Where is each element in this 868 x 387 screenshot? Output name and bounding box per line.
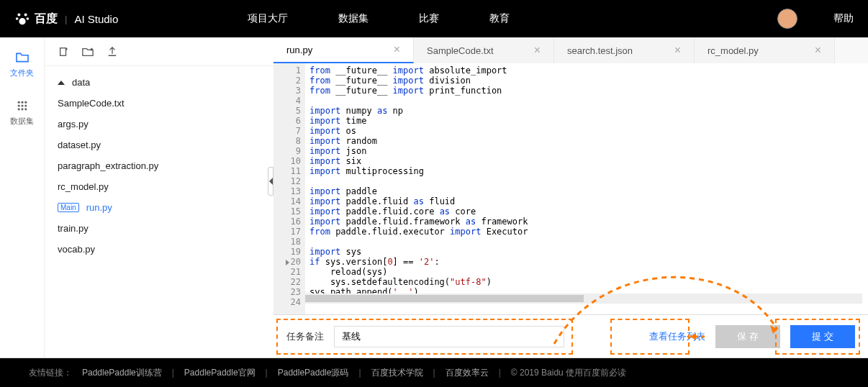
main-tag: Main [58, 203, 79, 212]
footer-link-4[interactable]: 百度效率云 [446, 367, 489, 379]
svg-rect-14 [60, 47, 66, 55]
file-rc-model[interactable]: rc_model.py [52, 176, 266, 197]
close-icon[interactable]: × [815, 44, 821, 57]
svg-point-4 [19, 18, 25, 24]
rail-files[interactable]: 文件夹 [10, 52, 34, 78]
file-dataset[interactable]: dataset.py [52, 135, 266, 155]
file-panel: data SampleCode.txt args.py dataset.py p… [45, 37, 273, 358]
baidu-paw-icon [14, 11, 30, 27]
chevron-up-icon [58, 81, 65, 85]
svg-point-10 [24, 104, 27, 106]
task-note-input[interactable] [334, 326, 564, 347]
logo-sub-text: AI Studio [74, 13, 118, 25]
svg-point-1 [24, 13, 27, 16]
file-paragraph-extraction[interactable]: paragraph_extraction.py [52, 155, 266, 176]
footer-link-2[interactable]: PaddlePaddle源码 [278, 367, 349, 379]
main-area: 文件夹 数据集 data SampleCode.txt args.py data… [0, 37, 868, 358]
file-toolbar [45, 37, 273, 66]
file-run-main[interactable]: Mainrun.py [52, 197, 266, 218]
file-samplecode[interactable]: SampleCode.txt [52, 93, 266, 114]
footer-link-3[interactable]: 百度技术学院 [371, 367, 423, 379]
nav-education[interactable]: 教育 [489, 12, 510, 25]
scrollbar-thumb[interactable] [305, 295, 584, 302]
rail-datasets[interactable]: 数据集 [10, 100, 34, 127]
file-train[interactable]: train.py [52, 218, 266, 239]
logo[interactable]: 百度 | AI Studio [14, 11, 118, 27]
svg-point-13 [24, 108, 27, 110]
save-button[interactable]: 保 存 [715, 325, 780, 348]
header-right: 帮助 [777, 9, 854, 29]
svg-point-11 [17, 108, 19, 110]
code-editor[interactable]: 123456789101112131415161718192021222324 … [273, 63, 868, 314]
bottom-bar: 任务备注 查看任务列表 保 存 提 交 [273, 314, 868, 358]
file-tree: data SampleCode.txt args.py dataset.py p… [45, 66, 273, 265]
svg-point-8 [17, 104, 19, 106]
new-folder-icon[interactable] [82, 46, 94, 58]
footer-prefix: 友情链接： [29, 367, 72, 379]
svg-point-12 [21, 108, 23, 110]
svg-point-9 [21, 104, 23, 106]
folder-data[interactable]: data [52, 72, 266, 93]
nav-competitions[interactable]: 比赛 [419, 12, 439, 25]
new-file-icon[interactable] [58, 46, 69, 58]
footer-link-0[interactable]: PaddlePaddle训练营 [82, 367, 162, 379]
svg-point-2 [16, 17, 19, 20]
user-avatar[interactable] [777, 9, 797, 29]
horizontal-scrollbar[interactable] [305, 293, 862, 304]
submit-button[interactable]: 提 交 [790, 325, 855, 348]
folder-icon [15, 52, 30, 63]
tab-run-py[interactable]: run.py× [273, 37, 414, 63]
help-link[interactable]: 帮助 [833, 12, 854, 25]
editor-tabs: run.py× SampleCode.txt× search.test.json… [273, 37, 868, 63]
top-header: 百度 | AI Studio 项目大厅 数据集 比赛 教育 帮助 [0, 0, 868, 37]
svg-point-0 [17, 13, 20, 16]
svg-point-7 [24, 101, 27, 104]
editor-area: run.py× SampleCode.txt× search.test.json… [273, 37, 868, 358]
upload-icon[interactable] [107, 46, 118, 58]
tab-rc-model[interactable]: rc_model.py× [695, 37, 835, 63]
file-vocab[interactable]: vocab.py [52, 239, 266, 260]
footer-link-1[interactable]: PaddlePaddle官网 [184, 367, 256, 379]
panel-collapse-handle[interactable] [268, 167, 273, 196]
tab-search-test[interactable]: search.test.json× [554, 37, 695, 63]
code-content[interactable]: from __future__ import absolute_importfr… [305, 63, 868, 314]
close-icon[interactable]: × [674, 44, 681, 57]
footer: 友情链接： PaddlePaddle训练营| PaddlePaddle官网| P… [0, 358, 868, 387]
svg-point-6 [21, 101, 23, 104]
grid-icon [15, 100, 30, 111]
nav-projects[interactable]: 项目大厅 [248, 12, 288, 25]
nav-datasets[interactable]: 数据集 [338, 12, 369, 25]
tab-samplecode[interactable]: SampleCode.txt× [414, 37, 554, 63]
view-task-list-link[interactable]: 查看任务列表 [649, 330, 705, 343]
svg-point-3 [27, 17, 30, 20]
logo-main-text: 百度 [35, 12, 58, 27]
file-args[interactable]: args.py [52, 114, 266, 135]
footer-copyright: © 2019 Baidu 使用百度前必读 [511, 367, 626, 379]
close-icon[interactable]: × [394, 43, 400, 56]
main-nav: 项目大厅 数据集 比赛 教育 [248, 12, 777, 25]
left-rail: 文件夹 数据集 [0, 37, 45, 358]
svg-point-5 [17, 101, 19, 104]
close-icon[interactable]: × [534, 44, 541, 57]
line-gutter: 123456789101112131415161718192021222324 [273, 63, 305, 314]
task-note-label: 任务备注 [286, 330, 324, 343]
